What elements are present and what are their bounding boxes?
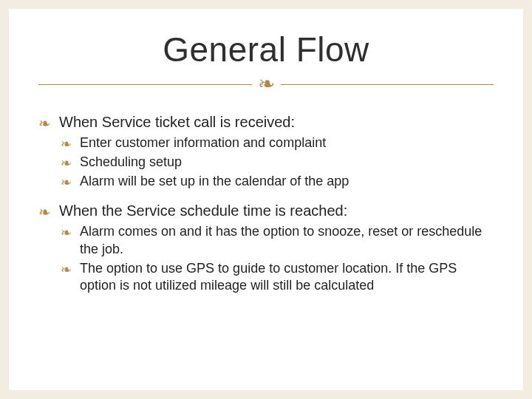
list-item: ❧ When Service ticket call is received: — [38, 112, 494, 132]
slide-content: ❧ When Service ticket call is received: … — [38, 112, 494, 295]
list-item: ❧ Enter customer information and complai… — [38, 134, 494, 152]
flourish-icon: ❧ — [252, 74, 281, 95]
section-heading: When Service ticket call is received: — [59, 114, 295, 130]
rule-right — [281, 84, 494, 85]
list-item: ❧ Alarm will be set up in the calendar o… — [38, 173, 494, 191]
bullet-text: Scheduling setup — [80, 154, 182, 169]
flourish-icon: ❧ — [61, 262, 72, 279]
flourish-icon: ❧ — [61, 174, 72, 192]
bullet-text: Enter customer information and complaint — [80, 135, 326, 150]
slide: General Flow ❧ ❧ When Service ticket cal… — [9, 9, 523, 390]
bullet-text: The option to use GPS to guide to custom… — [80, 261, 457, 293]
list-item: ❧ Scheduling setup — [38, 154, 494, 171]
title-divider: ❧ — [38, 74, 494, 95]
list-item: ❧ When the Service schedule time is reac… — [38, 201, 494, 220]
flourish-icon: ❧ — [38, 114, 51, 133]
flourish-icon: ❧ — [38, 202, 51, 222]
bullet-text: Alarm will be set up in the calendar of … — [80, 174, 349, 188]
flourish-icon: ❧ — [61, 136, 72, 154]
flourish-icon: ❧ — [61, 155, 72, 173]
list-item: ❧ The option to use GPS to guide to cust… — [38, 260, 494, 296]
section-heading: When the Service schedule time is reache… — [59, 202, 347, 219]
flourish-icon: ❧ — [61, 225, 72, 242]
rule-left — [38, 84, 252, 85]
bullet-text: Alarm comes on and it has the option to … — [80, 224, 482, 256]
slide-title: General Flow — [38, 30, 494, 69]
list-item: ❧ Alarm comes on and it has the option t… — [38, 223, 494, 259]
